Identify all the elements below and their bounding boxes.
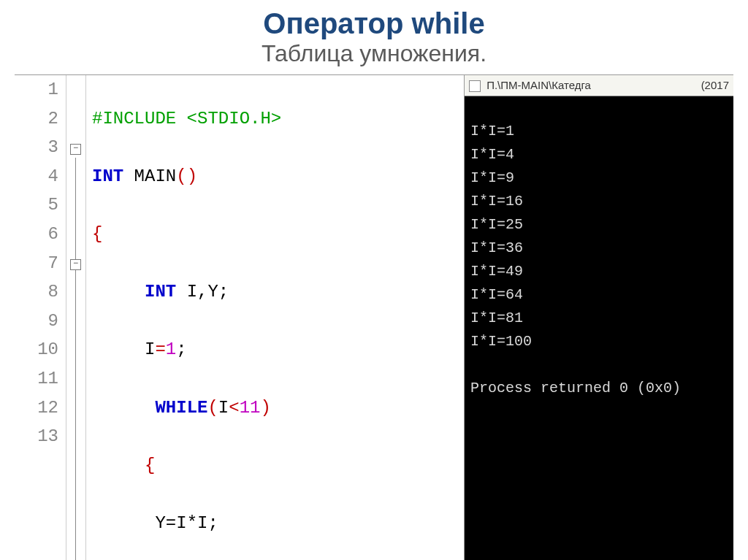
console-footer: Process returned 0 (0x0) — [470, 377, 733, 400]
slide-heading: Оператор while Таблица умножения. — [15, 7, 733, 67]
semicolon: ; — [176, 340, 186, 359]
blank-line — [470, 96, 733, 120]
identifier: MAIN — [123, 166, 176, 186]
console-line: I*I=1 — [470, 120, 733, 143]
identifier: I — [218, 398, 229, 418]
code-line: INT I,Y; — [92, 277, 376, 307]
code-area: #INCLUDE <STDIO.H> INT MAIN() { INT I,Y;… — [86, 75, 376, 560]
line-number: 11 — [15, 364, 58, 394]
keyword-int: INT — [145, 282, 176, 302]
line-number: 9 — [15, 307, 58, 336]
slide-subtitle: Таблица умножения. — [15, 40, 733, 67]
console-line: I*I=4 — [470, 143, 733, 166]
line-number: 6 — [15, 220, 58, 249]
console-line: I*I=16 — [470, 190, 733, 213]
slide-title: Оператор while — [15, 7, 733, 40]
console-output: П.\ПМ-МАIN\Катедга (2017 I*I=1 I*I=4 I*I… — [465, 75, 733, 560]
fold-toggle-icon[interactable]: − — [70, 144, 81, 155]
code-line: { — [92, 220, 376, 249]
code-editor: 1 2 3 4 5 6 7 8 9 10 11 12 13 − − #INCLU… — [15, 75, 465, 560]
fold-toggle-icon[interactable]: − — [70, 259, 81, 270]
console-path: П.\ПМ-МАIN\Катедга — [486, 79, 591, 91]
console-line: I*I=81 — [470, 307, 733, 330]
line-number: 7 — [15, 249, 58, 278]
line-number: 5 — [15, 191, 58, 220]
operator: = — [155, 340, 165, 359]
paren-open: ( — [207, 398, 218, 418]
blank-line — [470, 353, 733, 377]
preprocessor: #INCLUDE <STDIO.H> — [92, 109, 281, 129]
fold-guide — [75, 158, 76, 560]
line-number-gutter: 1 2 3 4 5 6 7 8 9 10 11 12 13 — [15, 75, 66, 560]
line-number: 2 — [15, 104, 58, 134]
code-line: { — [92, 451, 376, 480]
keyword-while: WHILE — [155, 398, 207, 418]
parens: () — [176, 166, 197, 186]
console-titlebar: П.\ПМ-МАIN\Катедга (2017 — [465, 75, 733, 96]
operator-lt: < — [229, 398, 239, 418]
code-line: I=1; — [92, 335, 376, 364]
code-line: Y=I*I; — [92, 509, 376, 538]
line-number: 13 — [15, 422, 58, 451]
number: 1 — [166, 340, 176, 359]
content-row: 1 2 3 4 5 6 7 8 9 10 11 12 13 − − #INCLU… — [15, 74, 733, 560]
console-line: I*I=36 — [470, 237, 733, 260]
app-icon — [469, 80, 481, 92]
identifier: I — [145, 340, 155, 359]
line-number: 12 — [15, 394, 58, 423]
console-suffix: (2017 — [701, 77, 729, 94]
console-line: I*I=100 — [470, 330, 733, 353]
line-number: 10 — [15, 335, 58, 364]
paren-close: ) — [260, 398, 270, 418]
code-line: INT MAIN() — [92, 162, 376, 191]
keyword-int: INT — [92, 166, 123, 186]
console-line: I*I=9 — [470, 166, 733, 190]
fold-column: − − — [66, 75, 86, 560]
console-line: I*I=64 — [470, 283, 733, 307]
line-number: 1 — [15, 75, 58, 104]
brace: { — [145, 456, 155, 475]
line-number: 4 — [15, 162, 58, 191]
statement: Y=I*I; — [155, 513, 218, 533]
number: 11 — [240, 398, 261, 418]
identifiers: I,Y; — [176, 282, 229, 302]
code-line: #INCLUDE <STDIO.H> — [92, 104, 376, 134]
line-number: 3 — [15, 133, 58, 162]
code-line: WHILE(I<11) — [92, 394, 376, 423]
line-number: 8 — [15, 277, 58, 307]
brace: { — [92, 224, 102, 244]
console-line: I*I=49 — [470, 260, 733, 283]
console-line: I*I=25 — [470, 213, 733, 237]
